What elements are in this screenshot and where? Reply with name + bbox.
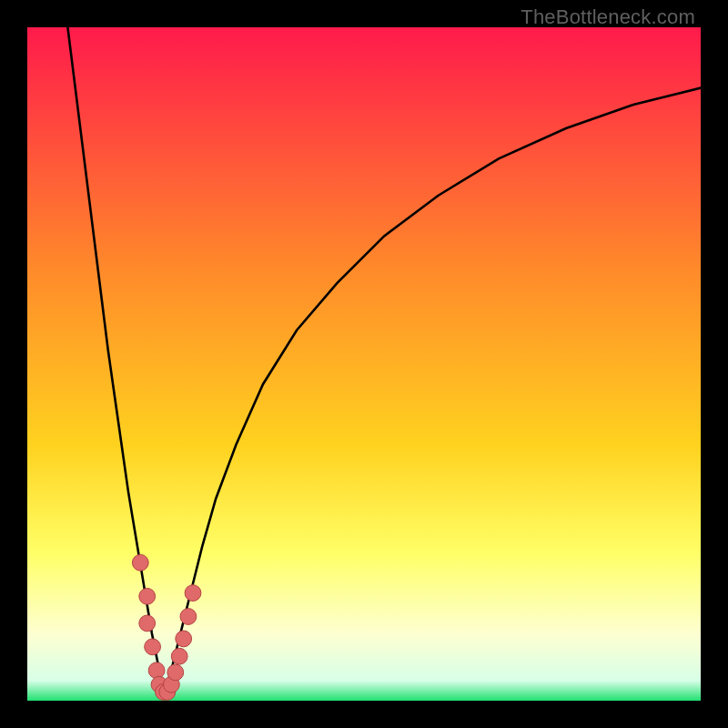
data-marker: [180, 609, 197, 625]
data-marker: [145, 639, 161, 655]
data-marker: [185, 585, 201, 602]
plot-area: [27, 27, 701, 701]
data-marker: [139, 615, 156, 632]
data-marker: [148, 662, 165, 679]
gradient-background: [27, 27, 701, 701]
outer-frame: TheBottleneck.com: [0, 0, 728, 728]
chart-svg: [27, 27, 701, 701]
data-marker: [171, 648, 187, 664]
data-marker: [132, 554, 148, 571]
data-marker: [167, 664, 184, 681]
data-marker: [139, 588, 156, 604]
watermark-text: TheBottleneck.com: [521, 5, 695, 29]
data-marker: [176, 631, 192, 647]
